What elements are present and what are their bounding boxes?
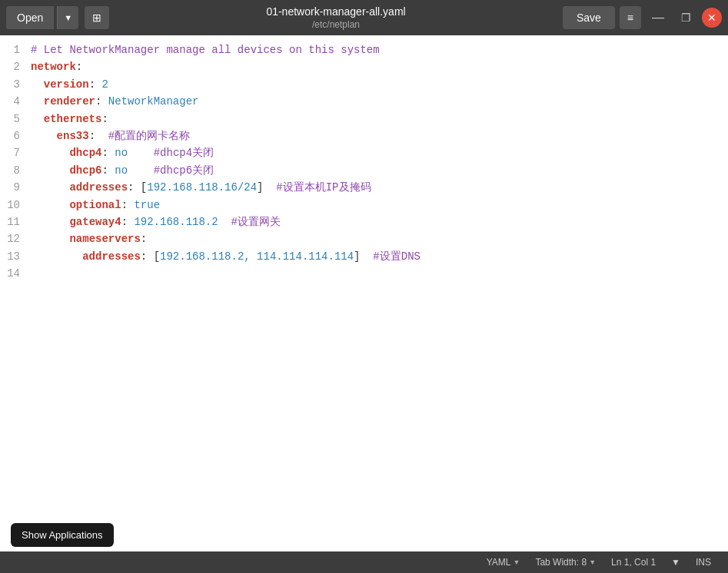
close-button[interactable]: ✕ [702, 8, 722, 28]
new-tab-button[interactable]: ⊞ [85, 6, 109, 29]
ins-label: INS [696, 557, 711, 568]
show-applications-label: Show Applications [22, 529, 103, 541]
code-line: gateway4: 192.168.118.2 #设置网关 [31, 214, 728, 230]
maximize-button[interactable]: ❐ [675, 6, 697, 29]
line-number: 2 [0, 58, 20, 75]
save-button[interactable]: Save [563, 6, 615, 29]
line-number: 8 [0, 162, 20, 179]
code-line: # Let NetworkManager manage all devices … [31, 41, 728, 58]
position-indicator[interactable]: Ln 1, Col 1 [603, 551, 663, 573]
line-number: 3 [0, 76, 20, 93]
editor[interactable]: 1234567891011121314 # Let NetworkManager… [0, 35, 728, 551]
titlebar-center: 01-network-manager-all.yaml /etc/netplan [109, 5, 563, 30]
code-line: optional: true [31, 197, 728, 214]
code-line: ens33: #配置的网卡名称 [31, 128, 728, 144]
line-number: 10 [0, 197, 20, 214]
line-number: 11 [0, 214, 20, 230]
tab-width-arrow: ▼ [589, 558, 596, 566]
file-path: /etc/netplan [109, 19, 563, 30]
line-number: 1 [0, 41, 20, 58]
open-button[interactable]: Open [6, 6, 54, 29]
line-number: 14 [0, 265, 20, 282]
tab-width-selector[interactable]: Tab Width: 8 ▼ [527, 551, 603, 573]
minimize-button[interactable]: — [646, 6, 670, 29]
statusbar-items: YAML ▼ Tab Width: 8 ▼ Ln 1, Col 1 ▼ INS [479, 551, 719, 573]
line-number: 9 [0, 179, 20, 196]
code-line: nameservers: [31, 230, 728, 247]
line-number: 7 [0, 144, 20, 161]
language-selector[interactable]: YAML ▼ [479, 551, 528, 573]
code-line: dhcp6: no #dhcp6关闭 [31, 162, 728, 179]
menu-button[interactable]: ≡ [620, 6, 641, 29]
open-dropdown-button[interactable]: ▼ [57, 6, 78, 29]
line-number: 6 [0, 128, 20, 144]
titlebar-right: Save ≡ — ❐ ✕ [563, 6, 722, 29]
tab-width-label: Tab Width: 8 [535, 557, 587, 568]
code-line: network: [31, 58, 728, 75]
ins-indicator[interactable]: INS [688, 551, 719, 573]
code-line: renderer: NetworkManager [31, 93, 728, 110]
line-number: 4 [0, 93, 20, 110]
notification-icon: ▼ [671, 557, 680, 568]
editor-content: 1234567891011121314 # Let NetworkManager… [0, 35, 728, 551]
code-line: addresses: [192.168.118.16/24] #设置本机IP及掩… [31, 179, 728, 196]
file-title: 01-network-manager-all.yaml [266, 5, 405, 18]
statusbar: YAML ▼ Tab Width: 8 ▼ Ln 1, Col 1 ▼ INS [0, 551, 728, 573]
code-line: version: 2 [31, 76, 728, 93]
code-line: ethernets: [31, 111, 728, 128]
code-area[interactable]: # Let NetworkManager manage all devices … [28, 41, 728, 545]
line-number: 5 [0, 111, 20, 128]
code-line [31, 265, 728, 282]
language-arrow: ▼ [514, 558, 520, 566]
language-label: YAML [487, 557, 511, 568]
position-label: Ln 1, Col 1 [611, 557, 656, 568]
line-number: 13 [0, 248, 20, 265]
code-line: dhcp4: no #dhcp4关闭 [31, 144, 728, 161]
titlebar: Open ▼ ⊞ 01-network-manager-all.yaml /et… [0, 0, 728, 35]
line-numbers: 1234567891011121314 [0, 41, 28, 545]
line-number: 12 [0, 230, 20, 247]
titlebar-left: Open ▼ ⊞ [6, 6, 109, 29]
code-line: addresses: [192.168.118.2, 114.114.114.1… [31, 248, 728, 265]
show-applications-tooltip: Show Applications [11, 523, 114, 547]
notification-button[interactable]: ▼ [663, 551, 688, 573]
